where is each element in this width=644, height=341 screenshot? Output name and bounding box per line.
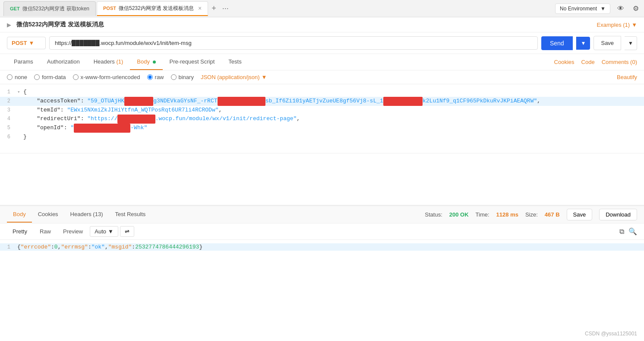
- resp-line-content-1: {"errcode":0,"errmsg":"ok","msgid":25327…: [17, 244, 641, 250]
- body-type-select[interactable]: JSON (application/json) ▼: [201, 74, 267, 80]
- radio-form-data[interactable]: form-data: [34, 74, 66, 80]
- chevron-down-icon: ▼: [600, 6, 606, 12]
- wrap-button[interactable]: ⇌: [120, 226, 134, 237]
- line-number-3: 3: [3, 106, 17, 115]
- radio-form-data-input[interactable]: [34, 74, 40, 80]
- tab-tests[interactable]: Tests: [221, 54, 248, 70]
- size-label: Size:: [525, 211, 538, 218]
- tab-post[interactable]: POST 微信5232内网穿透 发送模板消息 ×: [97, 1, 208, 16]
- url-bar: POST ▼ Send ▼ Save ▼: [0, 32, 644, 54]
- examples-label: Examples (1): [597, 22, 630, 28]
- tab-body[interactable]: Body: [130, 54, 162, 70]
- resp-line-number-1: 1: [3, 244, 17, 250]
- request-tabs: Params Authorization Headers (1) Body Pr…: [0, 54, 644, 70]
- watermark: CSDN @yssa1125001: [585, 331, 637, 337]
- response-download-button[interactable]: Download: [599, 209, 637, 220]
- radio-binary-label: binary: [179, 74, 194, 80]
- save-button[interactable]: Save: [593, 36, 621, 50]
- cookies-link[interactable]: Cookies: [554, 59, 575, 65]
- code-line-6: 6 }: [0, 133, 644, 142]
- chevron-down-icon: ▼: [28, 40, 34, 46]
- tab-post-title: 微信5232内网穿透 发送模板消息: [119, 5, 194, 12]
- code-editor[interactable]: 1 ▾ { 2 "accessToken": "59_OTUAjHK████g3…: [0, 84, 644, 153]
- radio-none[interactable]: none: [7, 74, 27, 80]
- tab-headers[interactable]: Headers (1): [87, 54, 130, 70]
- redacted-4: ████: [117, 115, 155, 124]
- resp-line-1: 1 {"errcode":0,"errmsg":"ok","msgid":253…: [0, 243, 644, 251]
- line-number-5: 5: [3, 124, 17, 132]
- tab-pre-request-script[interactable]: Pre-request Script: [163, 54, 222, 70]
- copy-icon[interactable]: ⧉: [619, 227, 624, 236]
- radio-raw-input[interactable]: [147, 74, 153, 80]
- line-content-6: }: [23, 133, 641, 142]
- body-active-dot: [153, 61, 156, 64]
- code-line-3: 3 "temId": "EWxi5NXmiZkJIHiYtfnA_WQTPosR…: [0, 106, 644, 115]
- tab-get[interactable]: GET 微信5232内网穿透 获取token: [3, 1, 96, 16]
- gear-icon[interactable]: ⚙: [631, 3, 641, 14]
- beautify-button[interactable]: Beautify: [617, 74, 637, 80]
- url-input[interactable]: [49, 36, 538, 50]
- examples-button[interactable]: Examples (1) ▼: [597, 22, 637, 28]
- method-value: POST: [12, 40, 27, 46]
- radio-raw[interactable]: raw: [147, 74, 164, 80]
- fmt-tab-preview[interactable]: Preview: [58, 226, 88, 236]
- chevron-down-icon: ▼: [261, 74, 267, 80]
- env-label: No Environment: [560, 6, 597, 12]
- tab-get-title: 微信5232内网穿透 获取token: [22, 5, 89, 13]
- resp-tab-headers[interactable]: Headers (13): [64, 207, 109, 223]
- size-value: 467 B: [545, 211, 560, 218]
- redacted-5: ████: [74, 124, 130, 133]
- more-tabs-button[interactable]: ···: [220, 4, 231, 13]
- time-value: 1128 ms: [496, 211, 518, 218]
- comments-link[interactable]: Comments (0): [602, 59, 637, 65]
- save-dropdown-button[interactable]: ▼: [625, 36, 637, 50]
- fmt-tab-pretty[interactable]: Pretty: [7, 226, 33, 237]
- line-content-3: "temId": "EWxi5NXmiZkJIHiYtfnA_WQTPosRqt…: [23, 106, 641, 115]
- response-body: 1 {"errcode":0,"errmsg":"ok","msgid":253…: [0, 240, 644, 292]
- add-tab-button[interactable]: +: [209, 4, 219, 13]
- request-header: ▶ 微信5232内网穿透 发送模板消息 Examples (1) ▼: [0, 17, 644, 32]
- response-format-bar: Pretty Raw Preview Auto ▼ ⇌ ⧉ 🔍: [0, 223, 644, 240]
- resp-tab-body[interactable]: Body: [7, 207, 32, 223]
- response-save-button[interactable]: Save: [567, 209, 593, 220]
- line-arrow-6: [17, 133, 23, 141]
- tab-authorization[interactable]: Authorization: [40, 54, 87, 70]
- request-title: 微信5232内网穿透 发送模板消息: [16, 21, 104, 29]
- resp-tab-test-results[interactable]: Test Results: [109, 207, 152, 223]
- radio-urlencoded[interactable]: x-www-form-urlencoded: [73, 74, 140, 80]
- radio-urlencoded-input[interactable]: [73, 74, 79, 80]
- tab-bar: GET 微信5232内网穿透 获取token POST 微信5232内网穿透 发…: [0, 0, 644, 17]
- tab-bar-right: No Environment ▼ 👁 ⚙: [555, 3, 641, 14]
- resp-tab-cookies[interactable]: Cookies: [32, 207, 64, 223]
- line-number-6: 6: [3, 133, 17, 141]
- resp-icons: ⧉ 🔍: [619, 227, 637, 236]
- close-icon[interactable]: ×: [198, 5, 202, 12]
- collapse-arrow-icon[interactable]: ▶: [7, 22, 11, 28]
- radio-none-input[interactable]: [7, 74, 13, 80]
- redacted-2: ████: [218, 97, 265, 106]
- env-selector[interactable]: No Environment ▼: [555, 3, 610, 14]
- line-arrow-4: [17, 115, 23, 123]
- send-button[interactable]: Send: [541, 36, 573, 50]
- send-dropdown-button[interactable]: ▼: [576, 37, 590, 50]
- search-icon[interactable]: 🔍: [628, 227, 637, 236]
- line-arrow-3: [17, 106, 23, 115]
- tab-params[interactable]: Params: [7, 54, 40, 70]
- method-select[interactable]: POST ▼: [7, 37, 46, 49]
- code-line-4: 4 "redirectUri": "https://████.wocp.fun/…: [0, 115, 644, 124]
- auto-label: Auto: [95, 228, 106, 235]
- collapse-arrow-icon[interactable]: ▾: [17, 88, 23, 96]
- fmt-tab-raw[interactable]: Raw: [35, 226, 56, 236]
- eye-icon[interactable]: 👁: [616, 3, 626, 14]
- radio-binary-input[interactable]: [171, 74, 177, 80]
- code-link[interactable]: Code: [581, 59, 595, 65]
- status-label: Status:: [425, 211, 442, 218]
- wrap-icon: ⇌: [125, 228, 129, 235]
- response-status: Status: 200 OK Time: 1128 ms Size: 467 B…: [425, 209, 637, 220]
- radio-none-label: none: [15, 74, 27, 80]
- editor-empty-space: [0, 153, 644, 205]
- auto-format-select[interactable]: Auto ▼: [90, 226, 118, 237]
- radio-binary[interactable]: binary: [171, 74, 194, 80]
- line-arrow-5: [17, 124, 23, 132]
- req-tab-right: Cookies Code Comments (0): [554, 59, 637, 65]
